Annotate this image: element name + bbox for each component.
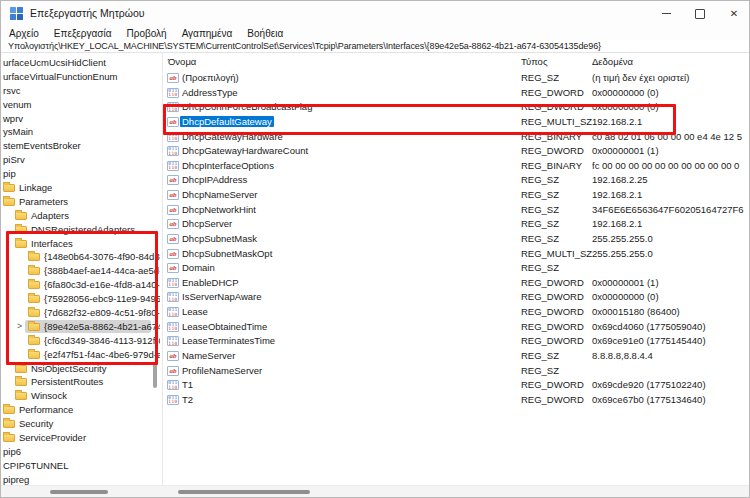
- tree-item[interactable]: Winsock: [0, 389, 160, 403]
- close-button[interactable]: ✕: [718, 0, 750, 27]
- folder-icon: [3, 434, 15, 442]
- value-name-selection-highlight: DhcpDefaultGateway: [180, 116, 274, 127]
- value-row[interactable]: DhcpGatewayHardwareREG_BINARYc0 a8 02 01…: [165, 130, 750, 145]
- value-name: DhcpDefaultGateway: [182, 115, 274, 130]
- value-name: DhcpIPAddress: [182, 173, 247, 188]
- tree-item[interactable]: Parameters: [0, 195, 160, 209]
- tree-item[interactable]: {75928056-ebc9-11e9-9495-8: [0, 292, 160, 306]
- tree-item[interactable]: pip: [0, 167, 160, 181]
- address-bar[interactable]: Υπολογιστής\HKEY_LOCAL_MACHINE\SYSTEM\Cu…: [0, 40, 750, 53]
- folder-icon: [15, 365, 27, 373]
- value-type: REG_DWORD: [521, 86, 584, 101]
- value-row[interactable]: DhcpNameServerREG_SZ192.168.2.1: [165, 188, 750, 203]
- value-row[interactable]: NameServerREG_SZ8.8.8.8,8.8.4.4: [165, 349, 750, 364]
- column-header-data[interactable]: Δεδομένα: [592, 56, 633, 67]
- tree-item[interactable]: ServiceProvider: [0, 431, 160, 445]
- value-row[interactable]: DhcpServerREG_SZ192.168.2.1: [165, 217, 750, 232]
- tree-item[interactable]: Adapters: [0, 209, 160, 223]
- value-row[interactable]: EnableDHCPREG_DWORD0x00000001 (1): [165, 276, 750, 291]
- tree-item[interactable]: {148e0b64-3076-4f90-84d3-5: [0, 250, 160, 264]
- folder-icon: [28, 323, 40, 331]
- tree-item[interactable]: Performance: [0, 403, 160, 417]
- value-data: 255.255.255.0: [592, 247, 653, 262]
- tree-item[interactable]: {e2f47f51-f4ac-4be6-979d-ad: [0, 348, 160, 362]
- minimize-button[interactable]: [650, 0, 682, 27]
- value-row[interactable]: ProfileNameServerREG_SZ: [165, 364, 750, 379]
- menu-favorites[interactable]: Αγαπημένα: [182, 28, 233, 39]
- value-name: ProfileNameServer: [182, 364, 262, 379]
- tree-item[interactable]: {6fa80c3d-e16e-4fd8-a140-47: [0, 278, 160, 292]
- string-value-icon: [167, 351, 179, 361]
- string-value-icon: [167, 117, 179, 127]
- tree-item-selected[interactable]: >{89e42e5a-8862-4b21-a674-6: [0, 320, 160, 334]
- value-name: DhcpSubnetMaskOpt: [182, 247, 272, 262]
- tree-item[interactable]: rsvc: [0, 84, 160, 98]
- value-row[interactable]: DomainREG_SZ: [165, 261, 750, 276]
- tree-item[interactable]: ysMain: [0, 125, 160, 139]
- values-horizontal-scrollbar-thumb[interactable]: [178, 490, 310, 494]
- menu-view[interactable]: Προβολή: [126, 28, 166, 39]
- tree-item[interactable]: urfaceVirtualFunctionEnum: [0, 70, 160, 84]
- value-row[interactable]: DhcpSubnetMaskREG_SZ255.255.255.0: [165, 232, 750, 247]
- tree-horizontal-scrollbar-thumb[interactable]: [50, 490, 108, 494]
- menu-edit[interactable]: Επεξεργασία: [54, 28, 112, 39]
- tree-item-label: Linkage: [19, 181, 52, 195]
- values-pane: Όνομα Τύπος Δεδομένα (Προεπιλογή)REG_SZ(…: [165, 53, 750, 486]
- menu-bar: Αρχείο Επεξεργασία Προβολή Αγαπημένα Βοή…: [0, 27, 750, 40]
- tree-item[interactable]: DNSRegisteredAdapters: [0, 223, 160, 237]
- folder-icon: [28, 267, 40, 275]
- tree-item[interactable]: stemEventsBroker: [0, 139, 160, 153]
- value-row[interactable]: T1REG_DWORD0x69cde920 (1775102240): [165, 378, 750, 393]
- value-row[interactable]: (Προεπιλογή)REG_SZ(η τιμή δεν έχει οριστ…: [165, 71, 750, 86]
- tree-item-label: Adapters: [31, 209, 69, 223]
- value-row[interactable]: DhcpIPAddressREG_SZ192.168.2.25: [165, 173, 750, 188]
- value-row-selected[interactable]: DhcpDefaultGatewayREG_MULTI_SZ192.168.2.…: [165, 115, 750, 130]
- value-row[interactable]: DhcpInterfaceOptionsREG_BINARYfc 00 00 0…: [165, 159, 750, 174]
- tree-item[interactable]: Linkage: [0, 181, 160, 195]
- value-row[interactable]: DhcpSubnetMaskOptREG_MULTI_SZ255.255.255…: [165, 247, 750, 262]
- value-type: REG_DWORD: [521, 393, 584, 408]
- value-row[interactable]: LeaseREG_DWORD0x00015180 (86400): [165, 305, 750, 320]
- value-row[interactable]: IsServerNapAwareREG_DWORD0x00000000 (0): [165, 290, 750, 305]
- value-row[interactable]: AddressTypeREG_DWORD0x00000000 (0): [165, 86, 750, 101]
- value-row[interactable]: DhcpGatewayHardwareCountREG_DWORD0x00000…: [165, 144, 750, 159]
- value-row[interactable]: DhcpConnForceBroadcastFlagREG_DWORD0x000…: [165, 100, 750, 115]
- binary-value-icon: [167, 102, 179, 112]
- tree-item[interactable]: venum: [0, 98, 160, 112]
- tree-item-label: pip: [3, 167, 16, 181]
- value-data: 192.168.2.1: [592, 188, 642, 203]
- value-row[interactable]: T2REG_DWORD0x69ce67b0 (1775134640): [165, 393, 750, 408]
- value-data: 0x00000001 (1): [592, 276, 659, 291]
- tree-item[interactable]: pipreg: [0, 473, 160, 486]
- column-header-type[interactable]: Τύπος: [521, 56, 547, 67]
- value-data: 0x69ce67b0 (1775134640): [592, 393, 706, 408]
- string-value-icon: [167, 366, 179, 376]
- tree-item[interactable]: Interfaces: [0, 237, 160, 251]
- column-header-name[interactable]: Όνομα: [168, 56, 196, 67]
- tree-item-label: {cf6cd349-3846-4113-912f-09: [44, 334, 160, 348]
- tree-item[interactable]: piSrv: [0, 153, 160, 167]
- value-row[interactable]: LeaseObtainedTimeREG_DWORD0x69cd4060 (17…: [165, 320, 750, 335]
- tree-item[interactable]: {388b4aef-ae14-44ca-ae5d-8: [0, 264, 160, 278]
- tree-vertical-scrollbar-thumb[interactable]: [153, 362, 157, 388]
- tree-item[interactable]: pip6: [0, 445, 160, 459]
- menu-help[interactable]: Βοήθεια: [247, 28, 283, 39]
- menu-file[interactable]: Αρχείο: [9, 28, 39, 39]
- value-name: EnableDHCP: [182, 276, 239, 291]
- value-name: DhcpSubnetMask: [182, 232, 257, 247]
- maximize-button[interactable]: [684, 0, 716, 27]
- tree-item[interactable]: urfaceUcmUcsiHidClient: [0, 56, 160, 70]
- tree-item[interactable]: CPIP6TUNNEL: [0, 459, 160, 473]
- value-row[interactable]: DhcpNetworkHintREG_SZ34F6E6E6563647F6020…: [165, 203, 750, 218]
- expand-chevron-icon[interactable]: >: [17, 320, 22, 334]
- tree-item[interactable]: NsiObjectSecurity: [0, 362, 160, 376]
- string-value-icon: [167, 234, 179, 244]
- tree-item[interactable]: {cf6cd349-3846-4113-912f-09: [0, 334, 160, 348]
- binary-value-icon: [167, 161, 179, 171]
- tree-item[interactable]: Security: [0, 417, 160, 431]
- tree-item[interactable]: {7d682f32-e809-4c51-9f80-7f: [0, 306, 160, 320]
- tree-item[interactable]: wprv: [0, 112, 160, 126]
- pane-divider[interactable]: [162, 53, 163, 486]
- tree-item[interactable]: PersistentRoutes: [0, 375, 160, 389]
- value-row[interactable]: LeaseTerminatesTimeREG_DWORD0x69ce91e0 (…: [165, 334, 750, 349]
